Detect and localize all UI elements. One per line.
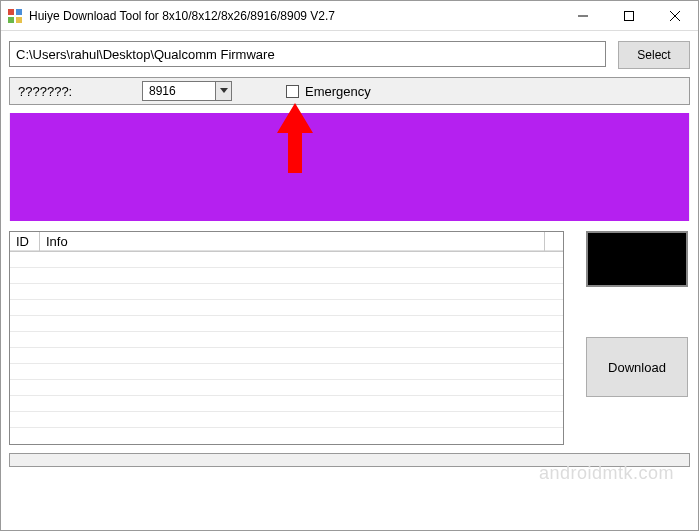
app-icon	[7, 8, 23, 24]
svg-rect-1	[16, 9, 22, 15]
log-table[interactable]: ID Info	[9, 231, 564, 445]
close-button[interactable]	[652, 1, 698, 30]
chipset-dropdown[interactable]: 8916	[142, 81, 232, 101]
svg-rect-5	[625, 11, 634, 20]
lower-section: ID Info Download	[9, 231, 690, 445]
emergency-checkbox-wrap[interactable]: Emergency	[286, 84, 371, 99]
emergency-checkbox[interactable]	[286, 85, 299, 98]
path-row: C:\Users\rahul\Desktop\Qualcomm Firmware…	[9, 41, 690, 69]
table-row	[10, 412, 563, 428]
minimize-button[interactable]	[560, 1, 606, 30]
table-header: ID Info	[10, 232, 563, 252]
table-row	[10, 268, 563, 284]
firmware-path-value: C:\Users\rahul\Desktop\Qualcomm Firmware	[16, 47, 275, 62]
table-body	[10, 252, 563, 428]
titlebar: Huiye Download Tool for 8x10/8x12/8x26/8…	[1, 1, 698, 31]
table-row	[10, 332, 563, 348]
status-panel	[9, 113, 690, 221]
status-bar	[9, 453, 690, 467]
svg-rect-0	[8, 9, 14, 15]
table-row	[10, 348, 563, 364]
config-label: ???????:	[18, 84, 118, 99]
firmware-path-input[interactable]: C:\Users\rahul\Desktop\Qualcomm Firmware	[9, 41, 606, 67]
right-column: Download	[586, 231, 690, 445]
col-info[interactable]: Info	[40, 232, 545, 251]
table-row	[10, 300, 563, 316]
content-area: C:\Users\rahul\Desktop\Qualcomm Firmware…	[1, 31, 698, 473]
chipset-value: 8916	[143, 84, 215, 98]
col-id[interactable]: ID	[10, 232, 40, 251]
table-row	[10, 380, 563, 396]
table-row	[10, 316, 563, 332]
preview-box	[586, 231, 688, 287]
col-tail	[545, 232, 563, 251]
svg-rect-3	[16, 17, 22, 23]
download-button[interactable]: Download	[586, 337, 688, 397]
select-button[interactable]: Select	[618, 41, 690, 69]
config-panel: ???????: 8916 Emergency	[9, 77, 690, 105]
table-row	[10, 252, 563, 268]
emergency-label: Emergency	[305, 84, 371, 99]
chevron-down-icon	[215, 82, 231, 100]
table-row	[10, 364, 563, 380]
table-row	[10, 284, 563, 300]
maximize-button[interactable]	[606, 1, 652, 30]
window-title: Huiye Download Tool for 8x10/8x12/8x26/8…	[29, 9, 560, 23]
svg-marker-8	[220, 88, 228, 93]
table-row	[10, 396, 563, 412]
svg-rect-2	[8, 17, 14, 23]
